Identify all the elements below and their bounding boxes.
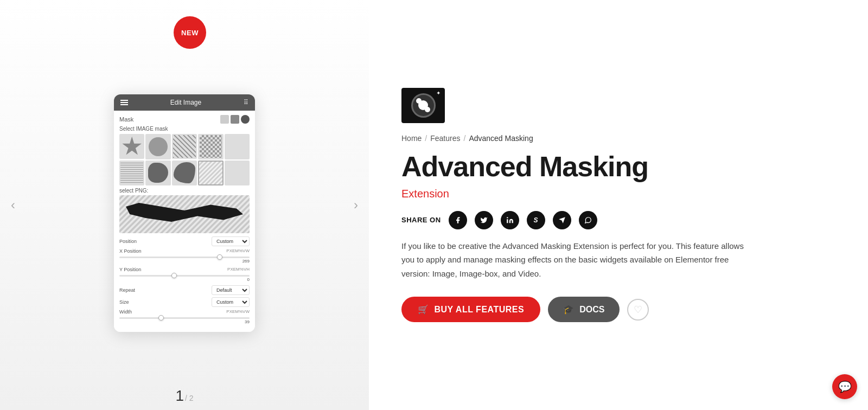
menu-icon[interactable]: [120, 100, 128, 105]
y-slider-thumb[interactable]: [171, 273, 177, 278]
mask-label: Mask: [119, 115, 250, 124]
svg-point-0: [507, 217, 508, 218]
phone-title: Edit Image: [170, 99, 201, 106]
width-slider-track[interactable]: [119, 317, 250, 319]
x-position-label: X Position: [119, 248, 142, 254]
png-preview[interactable]: [119, 195, 250, 233]
toggle-icon: [241, 115, 250, 124]
y-unit-labels: PXEM%VH: [227, 267, 250, 272]
new-badge: NEW: [174, 16, 206, 49]
pagination-total: / 2: [185, 394, 194, 402]
brush-mask: [119, 195, 250, 233]
x-slider-value: 269: [119, 259, 250, 264]
buy-button[interactable]: 🛒 BUY ALL FEATURES: [401, 297, 540, 322]
image-icon: [231, 115, 239, 124]
sparkle-icon: [411, 93, 436, 118]
product-icon: [401, 88, 445, 123]
mask-cell-empty[interactable]: [225, 134, 250, 159]
chat-bubble[interactable]: 💬: [832, 374, 857, 399]
right-panel: Home / Features / Advanced Masking Advan…: [369, 0, 868, 410]
sparkle-dot: [418, 100, 428, 110]
repeat-label: Repeat: [119, 287, 135, 293]
y-position-slider-row: Y Position PXEM%VH 0: [119, 267, 250, 282]
mask-cell-splatter2[interactable]: [172, 161, 197, 185]
cart-icon: 🛒: [418, 304, 429, 315]
breadcrumb-features[interactable]: Features: [430, 134, 460, 143]
action-row: 🛒 BUY ALL FEATURES 🎓 DOCS ♡: [401, 297, 835, 322]
docs-button[interactable]: 🎓 DOCS: [548, 297, 620, 322]
mask-grid: [119, 134, 250, 185]
heart-icon: ♡: [634, 304, 642, 316]
whatsapp-icon[interactable]: [579, 211, 597, 229]
left-panel: NEW ‹ Edit Image ⠿ Mask: [0, 0, 369, 410]
phone-body: Mask Select IMAGE mask: [114, 111, 255, 332]
width-slider-value: 39: [119, 319, 250, 324]
next-arrow[interactable]: ›: [354, 197, 358, 213]
docs-icon: 🎓: [563, 304, 574, 315]
position-label: Position: [119, 239, 137, 244]
y-slider-track[interactable]: [119, 275, 250, 277]
size-dropdown[interactable]: Custom: [212, 297, 250, 307]
pagination-current: 1: [175, 387, 184, 405]
width-slider-thumb[interactable]: [158, 315, 164, 321]
mask-cell-star[interactable]: [119, 134, 144, 159]
twitter-icon[interactable]: [475, 211, 493, 229]
breadcrumb: Home / Features / Advanced Masking: [401, 134, 835, 143]
eye-icon: [220, 115, 229, 124]
breadcrumb-sep1: /: [425, 134, 427, 143]
share-row: SHARE ON S: [401, 211, 835, 229]
pagination: 1 / 2: [175, 387, 193, 405]
breadcrumb-sep2: /: [464, 134, 466, 143]
wishlist-button[interactable]: ♡: [627, 299, 649, 321]
mask-cell-circle[interactable]: [145, 134, 170, 159]
description: If you like to be creative the Advanced …: [401, 239, 749, 281]
facebook-icon[interactable]: [449, 211, 467, 229]
skype-icon[interactable]: S: [527, 211, 545, 229]
share-label: SHARE ON: [401, 216, 441, 224]
telegram-icon[interactable]: [553, 211, 571, 229]
select-image-mask-label: Select IMAGE mask: [119, 126, 250, 132]
main-container: NEW ‹ Edit Image ⠿ Mask: [0, 0, 868, 410]
mask-cell-waves[interactable]: [119, 161, 144, 185]
mask-cell-lines[interactable]: [172, 134, 197, 159]
mask-cell-blank[interactable]: [225, 161, 250, 185]
mask-cell-splatter[interactable]: [145, 161, 170, 185]
position-dropdown[interactable]: Custom: [212, 236, 250, 246]
repeat-dropdown[interactable]: Default: [212, 285, 250, 295]
repeat-control: Repeat Default: [119, 285, 250, 295]
x-slider-thumb[interactable]: [217, 254, 222, 260]
size-label: Size: [119, 299, 129, 305]
prev-arrow[interactable]: ‹: [11, 197, 15, 213]
x-position-slider-row: X Position PXEM%VW 269: [119, 248, 250, 264]
y-slider-value: 0: [119, 277, 250, 282]
width-label: Width: [119, 309, 132, 315]
width-unit-labels: PXEM%VW: [226, 309, 250, 314]
chat-icon: 💬: [838, 380, 852, 393]
size-control: Size Custom: [119, 297, 250, 307]
product-title: Advanced Masking: [401, 151, 835, 182]
mask-controls: [220, 115, 250, 124]
phone-header: Edit Image ⠿: [114, 94, 255, 111]
breadcrumb-home[interactable]: Home: [401, 134, 422, 143]
select-png-label: select PNG:: [119, 188, 250, 194]
mask-cell-diamonds[interactable]: [198, 134, 223, 159]
x-slider-track[interactable]: [119, 257, 250, 258]
y-position-label: Y Position: [119, 267, 141, 272]
buy-label: BUY ALL FEATURES: [435, 305, 525, 315]
breadcrumb-current: Advanced Masking: [469, 134, 533, 143]
grid-icon: ⠿: [244, 99, 248, 106]
linkedin-icon[interactable]: [501, 211, 519, 229]
mask-cell-selected[interactable]: [198, 161, 223, 185]
phone-mockup: Edit Image ⠿ Mask Select IMAGE mask: [114, 94, 255, 332]
width-slider-row: Width PXEM%VW 39: [119, 309, 250, 324]
docs-label: DOCS: [579, 305, 604, 315]
position-control: Position Custom: [119, 236, 250, 246]
x-unit-labels: PXEM%VW: [226, 248, 250, 253]
product-type: Extension: [401, 188, 835, 200]
